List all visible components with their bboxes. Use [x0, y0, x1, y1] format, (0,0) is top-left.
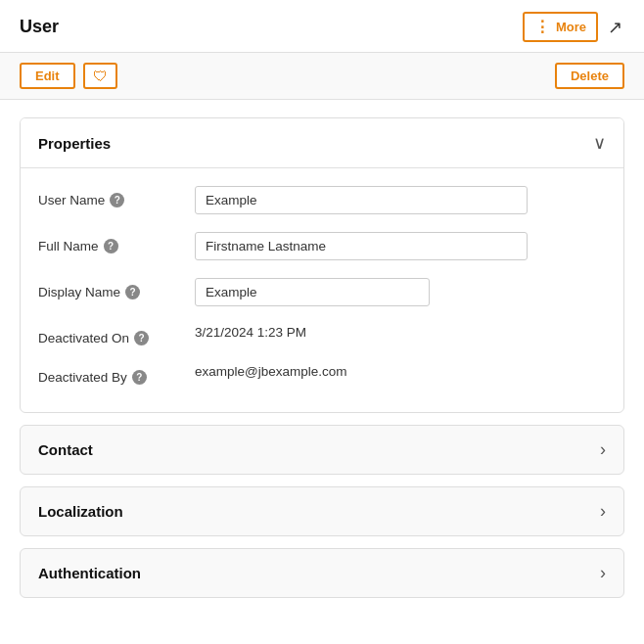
deactivated-on-help-icon[interactable]: ? [134, 331, 149, 345]
deactivated-by-label: Deactivated By ? [38, 363, 195, 385]
displayname-label: Display Name ? [38, 278, 195, 299]
username-value [195, 186, 606, 214]
fullname-help-icon[interactable]: ? [104, 239, 118, 253]
displayname-value [195, 278, 606, 306]
authentication-section[interactable]: Authentication › [20, 548, 624, 598]
more-button[interactable]: ⋮ More [523, 12, 598, 42]
authentication-section-title: Authentication [38, 565, 141, 581]
username-input[interactable] [195, 186, 528, 214]
localization-section-header[interactable]: Localization › [21, 487, 623, 535]
shield-button[interactable]: 🛡 [83, 63, 117, 89]
page-container: User ⋮ More ↗ Edit 🛡 Delete Properties ∨ [0, 0, 644, 644]
page-header: User ⋮ More ↗ [0, 0, 644, 53]
properties-card: Properties ∨ User Name ? Fu [20, 117, 624, 413]
username-field-row: User Name ? [38, 186, 606, 214]
deactivated-by-value: example@jbexample.com [195, 363, 606, 379]
properties-card-body: User Name ? Full Name ? [21, 168, 623, 412]
collapse-icon: ∨ [593, 132, 606, 154]
header-right: ⋮ More ↗ [523, 12, 624, 42]
fullname-field-row: Full Name ? [38, 232, 606, 260]
fullname-input[interactable] [195, 232, 528, 260]
contact-section-title: Contact [38, 441, 93, 458]
deactivated-on-label: Deactivated On ? [38, 324, 195, 345]
displayname-field-row: Display Name ? [38, 278, 606, 306]
deactivated-on-field-row: Deactivated On ? 3/21/2024 1:23 PM [38, 324, 606, 345]
username-help-icon[interactable]: ? [110, 193, 124, 207]
username-label: User Name ? [38, 186, 195, 207]
localization-chevron-right-icon: › [600, 501, 606, 522]
page-title: User [20, 17, 59, 37]
toolbar-left: Edit 🛡 [20, 63, 117, 89]
contact-section[interactable]: Contact › [20, 425, 624, 475]
displayname-input[interactable] [195, 278, 430, 306]
displayname-help-icon[interactable]: ? [125, 285, 140, 299]
external-link-button[interactable]: ↗ [606, 15, 624, 40]
authentication-section-header[interactable]: Authentication › [21, 549, 623, 597]
fullname-value [195, 232, 606, 260]
shield-icon: 🛡 [93, 68, 108, 84]
contact-chevron-right-icon: › [600, 439, 606, 460]
deactivated-by-field-row: Deactivated By ? example@jbexample.com [38, 363, 606, 385]
deactivated-on-value: 3/21/2024 1:23 PM [195, 324, 606, 340]
fullname-label: Full Name ? [38, 232, 195, 253]
main-content: Properties ∨ User Name ? Fu [0, 100, 644, 616]
properties-card-title: Properties [38, 135, 111, 152]
edit-button[interactable]: Edit [20, 63, 75, 89]
more-label: More [556, 20, 586, 34]
localization-section[interactable]: Localization › [20, 486, 624, 536]
deactivated-by-help-icon[interactable]: ? [132, 370, 147, 385]
external-link-icon: ↗ [608, 18, 622, 37]
dots-icon: ⋮ [534, 18, 551, 36]
delete-button[interactable]: Delete [555, 63, 624, 89]
contact-section-header[interactable]: Contact › [21, 426, 623, 474]
authentication-chevron-right-icon: › [600, 563, 606, 583]
toolbar: Edit 🛡 Delete [0, 53, 644, 100]
localization-section-title: Localization [38, 503, 123, 520]
properties-card-header[interactable]: Properties ∨ [21, 118, 623, 168]
